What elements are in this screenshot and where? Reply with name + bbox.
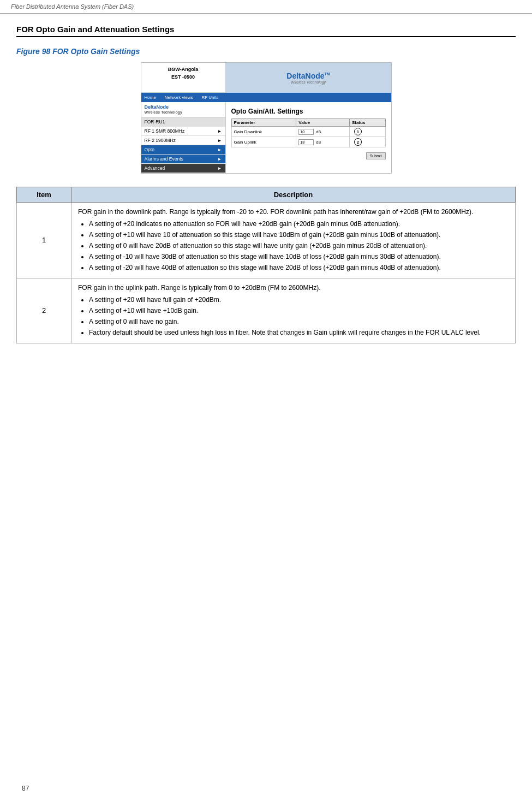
desc-1-intro: FOR gain in the downlink path. Range is …	[78, 208, 473, 216]
opto-value-uplink: dB	[296, 137, 350, 147]
rf2-arrow-icon: ►	[218, 138, 222, 143]
main-logo: DeltaNodeTM Wireless Technology	[286, 72, 330, 84]
list-item: Factory default should be used unless hi…	[89, 328, 509, 337]
opto-input-uplink[interactable]	[298, 139, 314, 145]
item-2: 2	[17, 278, 71, 343]
opto-param-downlink: Gain Downlink	[231, 127, 296, 137]
callout-1: 1	[354, 128, 362, 135]
opto-status-uplink: 2	[349, 137, 385, 147]
opto-title: Opto Gain/Att. Settings	[231, 108, 386, 115]
col-desc-header: Description	[71, 187, 516, 203]
list-item: A setting of +20 indicates no attenuatio…	[89, 219, 509, 229]
nav-network-views[interactable]: Network views	[165, 94, 193, 101]
list-item: A setting of 0 will have no gain.	[89, 317, 509, 327]
section-title: FOR Opto Gain and Attenuation Settings	[16, 25, 516, 37]
list-item: A setting of +10 will have +10dB gain.	[89, 306, 509, 316]
figure-content-panel: Opto Gain/Att. Settings Parameter Value …	[226, 102, 391, 173]
list-item: A setting of -10 will have 30dB of atten…	[89, 252, 509, 262]
main-logo-tagline: Wireless Technology	[286, 80, 330, 84]
sidebar-menu-item-advanced[interactable]: Advanced ►	[141, 164, 225, 173]
list-item: A setting of +10 will have 10 of attenua…	[89, 230, 509, 240]
opto-unit-uplink: dB	[316, 140, 321, 144]
page-header: Fiber Distributed Antenna System (Fiber …	[0, 0, 532, 14]
bgw-line2: EST -0500	[145, 74, 222, 81]
list-item: A setting of -20 will have 40dB of atten…	[89, 263, 509, 272]
rf1-arrow-icon: ►	[218, 129, 222, 134]
sidebar-logo-brand: DeltaNode	[145, 104, 222, 110]
sidebar-logo: DeltaNode Wireless Technology	[141, 102, 225, 117]
list-item: A setting of +20 will have full gain of …	[89, 295, 509, 305]
sidebar-menu-item-opto[interactable]: Opto ►	[141, 145, 225, 155]
desc-2-intro: FOR gain in the uplink path. Range is ty…	[78, 284, 321, 292]
opto-row-downlink: Gain Downlink dB 1	[231, 127, 385, 137]
page-header-title: Fiber Distributed Antenna System (Fiber …	[11, 3, 134, 10]
figure-image: BGW-Angola EST -0500 DeltaNodeTM Wireles…	[141, 62, 392, 174]
sidebar-menu-item-rf1[interactable]: RF 1 SMR 800MHz ►	[141, 127, 225, 136]
item-1: 1	[17, 203, 71, 278]
figure-body: DeltaNode Wireless Technology FOR-RU1 RF…	[141, 102, 391, 173]
sidebar-menu-item-alarms[interactable]: Alarms and Events ►	[141, 155, 225, 164]
description-table: Item Description 1 FOR gain in the downl…	[16, 187, 516, 343]
opto-col-param: Parameter	[231, 119, 296, 127]
opto-col-status: Status	[349, 119, 385, 127]
opto-param-uplink: Gain Uplink	[231, 137, 296, 147]
main-logo-block: DeltaNodeTM Wireless Technology	[226, 63, 391, 93]
figure-title: Figure 98 FOR Opto Gain Settings	[16, 47, 516, 56]
opto-input-downlink[interactable]	[298, 129, 314, 135]
opto-row-uplink: Gain Uplink dB 2	[231, 137, 385, 147]
advanced-arrow-icon: ►	[218, 166, 222, 171]
figure-container: BGW-Angola EST -0500 DeltaNodeTM Wireles…	[16, 62, 516, 174]
opto-unit-downlink: dB	[316, 130, 321, 134]
sidebar-logo-tagline: Wireless Technology	[145, 110, 222, 115]
page-number: 87	[22, 785, 29, 792]
opto-arrow-icon: ►	[218, 147, 222, 152]
desc-1: FOR gain in the downlink path. Range is …	[71, 203, 516, 278]
figure-sidebar: DeltaNode Wireless Technology FOR-RU1 RF…	[141, 102, 226, 173]
desc-1-bullets: A setting of +20 indicates no attenuatio…	[89, 219, 509, 272]
col-item-header: Item	[17, 187, 71, 203]
list-item: A setting of 0 will have 20dB of attenua…	[89, 241, 509, 251]
table-row: 2 FOR gain in the uplink path. Range is …	[17, 278, 516, 343]
bgw-header: BGW-Angola EST -0500	[141, 63, 226, 93]
figure-top-strip: BGW-Angola EST -0500 DeltaNodeTM Wireles…	[141, 63, 391, 93]
sidebar-menu-item-rf2[interactable]: RF 2 1900MHz ►	[141, 136, 225, 145]
submit-row: Submit	[231, 151, 386, 159]
main-logo-tm: TM	[325, 72, 330, 76]
bgw-line1: BGW-Angola	[145, 66, 222, 74]
opto-status-downlink: 1	[349, 127, 385, 137]
table-row: 1 FOR gain in the downlink path. Range i…	[17, 203, 516, 278]
submit-button[interactable]: Submit	[366, 152, 386, 159]
figure-navbar: Home Network views RF Units	[141, 93, 391, 102]
alarms-arrow-icon: ►	[218, 157, 222, 162]
opto-value-downlink: dB	[296, 127, 350, 137]
nav-rf-units[interactable]: RF Units	[201, 94, 218, 101]
page-footer: 87	[11, 781, 40, 796]
nav-home[interactable]: Home	[145, 94, 156, 101]
opto-table: Parameter Value Status Gain Downlink dB	[231, 118, 386, 147]
desc-2-bullets: A setting of +20 will have full gain of …	[89, 295, 509, 337]
opto-col-value: Value	[296, 119, 350, 127]
desc-2: FOR gain in the uplink path. Range is ty…	[71, 278, 516, 343]
sidebar-menu-item-for-ru1[interactable]: FOR-RU1	[141, 117, 225, 127]
callout-2: 2	[354, 138, 362, 146]
main-logo-brand: DeltaNode	[286, 72, 324, 80]
